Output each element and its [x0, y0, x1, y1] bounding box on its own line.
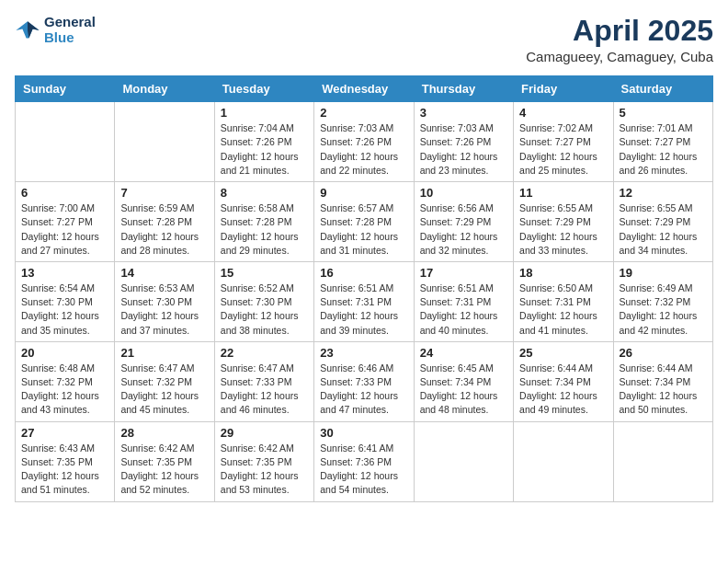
day-info: Sunrise: 6:57 AMSunset: 7:28 PMDaylight:… [320, 201, 407, 258]
page-header: General Blue April 2025 Camagueey, Camag… [15, 15, 713, 64]
day-info: Sunrise: 6:56 AMSunset: 7:29 PMDaylight:… [420, 201, 507, 258]
day-number: 5 [620, 106, 707, 120]
day-info: Sunrise: 7:04 AMSunset: 7:26 PMDaylight:… [221, 121, 308, 178]
day-info: Sunrise: 7:00 AMSunset: 7:27 PMDaylight:… [21, 201, 108, 258]
day-number: 15 [221, 266, 308, 280]
calendar-cell: 16Sunrise: 6:51 AMSunset: 7:31 PMDayligh… [314, 261, 414, 341]
day-info: Sunrise: 6:42 AMSunset: 7:35 PMDaylight:… [120, 442, 208, 498]
day-of-week-header: Sunday [16, 76, 115, 102]
calendar-title: April 2025 [526, 15, 713, 47]
calendar-table: SundayMondayTuesdayWednesdayThursdayFrid… [15, 75, 713, 501]
day-info: Sunrise: 6:50 AMSunset: 7:31 PMDaylight:… [519, 282, 607, 338]
day-number: 25 [519, 346, 607, 360]
calendar-cell [414, 421, 513, 501]
day-info: Sunrise: 6:43 AMSunset: 7:35 PMDaylight:… [21, 442, 108, 498]
day-info: Sunrise: 6:44 AMSunset: 7:34 PMDaylight:… [620, 362, 707, 418]
calendar-cell [115, 102, 214, 182]
calendar-cell: 26Sunrise: 6:44 AMSunset: 7:34 PMDayligh… [613, 341, 712, 421]
calendar-cell: 13Sunrise: 6:54 AMSunset: 7:30 PMDayligh… [16, 261, 115, 341]
day-of-week-header: Wednesday [314, 76, 414, 102]
calendar-cell: 24Sunrise: 6:45 AMSunset: 7:34 PMDayligh… [414, 341, 513, 421]
calendar-cell: 17Sunrise: 6:51 AMSunset: 7:31 PMDayligh… [414, 261, 513, 341]
calendar-week-row: 20Sunrise: 6:48 AMSunset: 7:32 PMDayligh… [16, 341, 713, 421]
calendar-week-row: 27Sunrise: 6:43 AMSunset: 7:35 PMDayligh… [16, 421, 713, 501]
day-info: Sunrise: 6:55 AMSunset: 7:29 PMDaylight:… [620, 201, 707, 258]
calendar-cell: 20Sunrise: 6:48 AMSunset: 7:32 PMDayligh… [16, 341, 115, 421]
calendar-header-row: SundayMondayTuesdayWednesdayThursdayFrid… [16, 76, 713, 102]
day-number: 26 [620, 346, 707, 360]
day-number: 30 [320, 426, 407, 440]
title-block: April 2025 Camagueey, Camaguey, Cuba [526, 15, 713, 64]
calendar-subtitle: Camagueey, Camaguey, Cuba [526, 49, 713, 64]
day-info: Sunrise: 6:55 AMSunset: 7:29 PMDaylight:… [519, 201, 607, 258]
day-number: 16 [320, 266, 407, 280]
calendar-cell: 21Sunrise: 6:47 AMSunset: 7:32 PMDayligh… [115, 341, 214, 421]
calendar-cell: 23Sunrise: 6:46 AMSunset: 7:33 PMDayligh… [314, 341, 414, 421]
calendar-cell: 9Sunrise: 6:57 AMSunset: 7:28 PMDaylight… [314, 182, 414, 262]
day-info: Sunrise: 7:02 AMSunset: 7:27 PMDaylight:… [519, 121, 607, 178]
day-info: Sunrise: 6:47 AMSunset: 7:32 PMDaylight:… [120, 362, 208, 418]
calendar-cell: 15Sunrise: 6:52 AMSunset: 7:30 PMDayligh… [214, 261, 313, 341]
day-number: 18 [519, 266, 607, 280]
svg-marker-1 [28, 21, 40, 38]
day-of-week-header: Friday [514, 76, 613, 102]
day-of-week-header: Saturday [613, 76, 712, 102]
day-number: 4 [519, 106, 607, 120]
day-info: Sunrise: 6:54 AMSunset: 7:30 PMDaylight:… [21, 282, 108, 338]
calendar-cell: 27Sunrise: 6:43 AMSunset: 7:35 PMDayligh… [16, 421, 115, 501]
day-info: Sunrise: 6:53 AMSunset: 7:30 PMDaylight:… [120, 282, 208, 338]
day-number: 8 [221, 186, 308, 200]
calendar-cell: 18Sunrise: 6:50 AMSunset: 7:31 PMDayligh… [514, 261, 613, 341]
day-number: 28 [120, 426, 208, 440]
day-number: 9 [320, 186, 407, 200]
calendar-cell: 11Sunrise: 6:55 AMSunset: 7:29 PMDayligh… [514, 182, 613, 262]
calendar-cell: 30Sunrise: 6:41 AMSunset: 7:36 PMDayligh… [314, 421, 414, 501]
day-number: 11 [519, 186, 607, 200]
day-info: Sunrise: 6:44 AMSunset: 7:34 PMDaylight:… [519, 362, 607, 418]
calendar-cell: 10Sunrise: 6:56 AMSunset: 7:29 PMDayligh… [414, 182, 513, 262]
calendar-cell: 19Sunrise: 6:49 AMSunset: 7:32 PMDayligh… [613, 261, 712, 341]
day-of-week-header: Monday [115, 76, 214, 102]
calendar-week-row: 13Sunrise: 6:54 AMSunset: 7:30 PMDayligh… [16, 261, 713, 341]
calendar-cell: 14Sunrise: 6:53 AMSunset: 7:30 PMDayligh… [115, 261, 214, 341]
calendar-cell [613, 421, 712, 501]
logo: General Blue [15, 15, 96, 45]
day-info: Sunrise: 7:01 AMSunset: 7:27 PMDaylight:… [620, 121, 707, 178]
calendar-cell: 7Sunrise: 6:59 AMSunset: 7:28 PMDaylight… [115, 182, 214, 262]
day-number: 23 [320, 346, 407, 360]
day-info: Sunrise: 6:42 AMSunset: 7:35 PMDaylight:… [221, 442, 308, 498]
day-info: Sunrise: 6:59 AMSunset: 7:28 PMDaylight:… [120, 201, 208, 258]
calendar-week-row: 6Sunrise: 7:00 AMSunset: 7:27 PMDaylight… [16, 182, 713, 262]
logo-line1: General [44, 15, 96, 30]
day-number: 6 [21, 186, 108, 200]
calendar-cell: 8Sunrise: 6:58 AMSunset: 7:28 PMDaylight… [214, 182, 313, 262]
calendar-cell: 3Sunrise: 7:03 AMSunset: 7:26 PMDaylight… [414, 102, 513, 182]
calendar-cell [16, 102, 115, 182]
day-info: Sunrise: 6:47 AMSunset: 7:33 PMDaylight:… [221, 362, 308, 418]
day-info: Sunrise: 6:49 AMSunset: 7:32 PMDaylight:… [620, 282, 707, 338]
day-info: Sunrise: 6:51 AMSunset: 7:31 PMDaylight:… [420, 282, 507, 338]
calendar-cell: 12Sunrise: 6:55 AMSunset: 7:29 PMDayligh… [613, 182, 712, 262]
day-of-week-header: Tuesday [214, 76, 313, 102]
day-info: Sunrise: 7:03 AMSunset: 7:26 PMDaylight:… [420, 121, 507, 178]
calendar-cell: 25Sunrise: 6:44 AMSunset: 7:34 PMDayligh… [514, 341, 613, 421]
day-of-week-header: Thursday [414, 76, 513, 102]
day-number: 29 [221, 426, 308, 440]
day-number: 27 [21, 426, 108, 440]
calendar-cell [514, 421, 613, 501]
day-number: 21 [120, 346, 208, 360]
calendar-cell: 5Sunrise: 7:01 AMSunset: 7:27 PMDaylight… [613, 102, 712, 182]
day-number: 14 [120, 266, 208, 280]
day-info: Sunrise: 6:52 AMSunset: 7:30 PMDaylight:… [221, 282, 308, 338]
day-info: Sunrise: 6:48 AMSunset: 7:32 PMDaylight:… [21, 362, 108, 418]
day-number: 19 [620, 266, 707, 280]
day-number: 10 [420, 186, 507, 200]
logo-bird-icon [15, 17, 40, 43]
day-number: 22 [221, 346, 308, 360]
day-info: Sunrise: 6:41 AMSunset: 7:36 PMDaylight:… [320, 442, 407, 498]
day-number: 20 [21, 346, 108, 360]
day-info: Sunrise: 6:58 AMSunset: 7:28 PMDaylight:… [221, 201, 308, 258]
calendar-week-row: 1Sunrise: 7:04 AMSunset: 7:26 PMDaylight… [16, 102, 713, 182]
day-number: 2 [320, 106, 407, 120]
day-number: 3 [420, 106, 507, 120]
